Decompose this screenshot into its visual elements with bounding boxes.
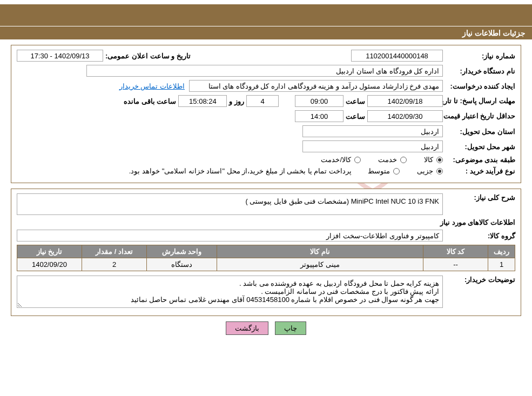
buyer-contact-link[interactable]: اطلاعات تماس خریدار xyxy=(119,82,185,90)
public-announce-value: 1402/09/13 - 17:30 xyxy=(17,50,103,62)
back-button[interactable]: بازگشت xyxy=(226,321,268,335)
delivery-city-value: اردبیل xyxy=(302,140,443,152)
radio-partial[interactable] xyxy=(436,168,443,174)
purchase-type-label: نوع فرآیند خرید : xyxy=(445,167,515,175)
need-details-section: شرح کلی نیاز: MiniPC Intel NUC 10 i3 FNK… xyxy=(11,189,521,316)
goods-service-option-label: کالا/خدمت xyxy=(321,156,351,164)
cell-code: -- xyxy=(423,258,488,271)
cell-name: مینی کامپیوتر xyxy=(217,258,423,271)
radio-medium[interactable] xyxy=(393,168,400,174)
radio-goods[interactable] xyxy=(436,157,443,163)
buyer-org-value: اداره کل فرودگاه های استان اردبیل xyxy=(86,65,443,77)
days-left-value: 4 xyxy=(246,95,279,107)
need-number-label: شماره نیاز: xyxy=(445,52,515,60)
price-date-value: 1402/09/30 xyxy=(367,110,443,122)
purchase-type-radios: جزیی متوسط xyxy=(368,167,443,175)
radio-goods-service[interactable] xyxy=(354,157,361,163)
page-title: جزئیات اطلاعات نیاز xyxy=(0,26,532,39)
requester-label: ایجاد کننده درخواست: xyxy=(445,82,515,90)
goods-group-label: گروه کالا: xyxy=(445,232,515,240)
delivery-city-label: شهر محل تحویل: xyxy=(445,143,515,151)
delivery-province-label: استان محل تحویل: xyxy=(445,127,515,136)
buyer-notes-label: توضیحات خریدار: xyxy=(445,276,515,284)
subject-class-radios: کالا خدمت کالا/خدمت xyxy=(321,156,443,164)
delivery-province-value: اردبیل xyxy=(302,125,443,137)
reply-deadline-label: مهلت ارسال پاسخ: تا تاریخ: xyxy=(445,97,515,105)
th-row: ردیف xyxy=(488,245,515,258)
medium-option-label: متوسط xyxy=(368,167,390,175)
hours-remaining-label: ساعت باقی مانده xyxy=(124,97,176,105)
th-need-date: تاریخ نیاز xyxy=(17,245,82,258)
th-qty: تعداد / مقدار xyxy=(82,245,147,258)
subject-class-label: طبقه بندی موضوعی: xyxy=(445,156,515,164)
radio-service[interactable] xyxy=(400,157,407,163)
table-row: 1 -- مینی کامپیوتر دستگاه 2 1402/09/20 xyxy=(17,258,515,271)
cell-unit: دستگاه xyxy=(147,258,217,271)
need-info-section: شماره نیاز: 1102001440000148 تاریخ و ساع… xyxy=(11,45,521,183)
partial-option-label: جزیی xyxy=(417,167,433,175)
print-button[interactable]: چاپ xyxy=(275,321,306,335)
th-unit: واحد شمارش xyxy=(147,245,217,258)
header-bar-top xyxy=(0,4,532,26)
buyer-org-label: نام دستگاه خریدار: xyxy=(445,67,515,75)
need-number-value: 1102001440000148 xyxy=(351,50,443,62)
service-option-label: خدمت xyxy=(378,156,397,164)
cell-need-date: 1402/09/20 xyxy=(17,258,82,271)
price-time-value: 14:00 xyxy=(295,110,344,122)
reply-time-value: 09:00 xyxy=(295,95,344,107)
cell-qty: 2 xyxy=(82,258,147,271)
goods-option-label: کالا xyxy=(424,156,433,164)
requester-value: مهدی فرخ زادارشاد مسئول درآمد و هزینه فر… xyxy=(189,80,443,92)
items-table: ردیف کد کالا نام کالا واحد شمارش تعداد /… xyxy=(17,245,515,271)
overall-desc-value: MiniPC Intel NUC 10 i3 FNK (مشخصات فنی ط… xyxy=(17,193,443,215)
payment-note: پرداخت تمام یا بخشی از مبلغ خرید،از محل … xyxy=(129,167,352,175)
hour-label-2: ساعت xyxy=(346,112,365,120)
hour-label-1: ساعت xyxy=(346,97,365,105)
action-buttons: چاپ بازگشت xyxy=(0,321,532,340)
public-announce-label: تاریخ و ساعت اعلان عمومی: xyxy=(105,52,191,60)
price-validity-label: حداقل تاریخ اعتبار قیمت: تا تاریخ: xyxy=(445,112,515,120)
time-left-value: 15:08:24 xyxy=(178,95,227,107)
overall-desc-label: شرح کلی نیاز: xyxy=(445,193,515,202)
days-and-label: روز و xyxy=(229,97,244,105)
reply-date-value: 1402/09/18 xyxy=(367,95,443,107)
goods-group-value: کامپیوتر و فناوری اطلاعات-سخت افزار xyxy=(17,230,443,241)
th-name: نام کالا xyxy=(217,245,423,258)
th-code: کد کالا xyxy=(423,245,488,258)
cell-row: 1 xyxy=(488,258,515,271)
buyer-notes-value[interactable]: هزینه کرایه حمل تا محل فرودگاه اردبیل به… xyxy=(17,276,443,308)
items-info-title: اطلاعات کالاهای مورد نیاز xyxy=(17,218,515,226)
